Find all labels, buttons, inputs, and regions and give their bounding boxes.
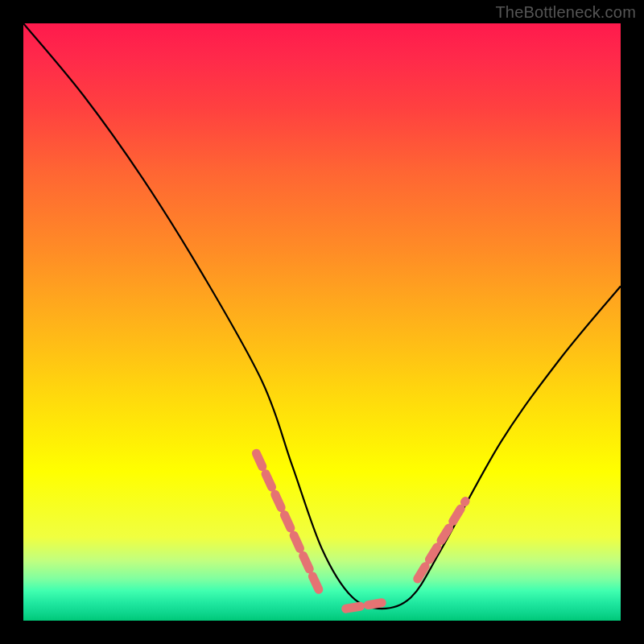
dotted-overlay: [256, 453, 465, 609]
attribution-text: TheBottleneck.com: [495, 3, 636, 22]
curve-path: [23, 23, 621, 609]
bottleneck-curve: [23, 23, 621, 609]
dotted-segment: [346, 603, 382, 609]
chart-svg: [23, 23, 621, 621]
dotted-segment: [418, 502, 465, 579]
chart-frame: [23, 23, 621, 621]
